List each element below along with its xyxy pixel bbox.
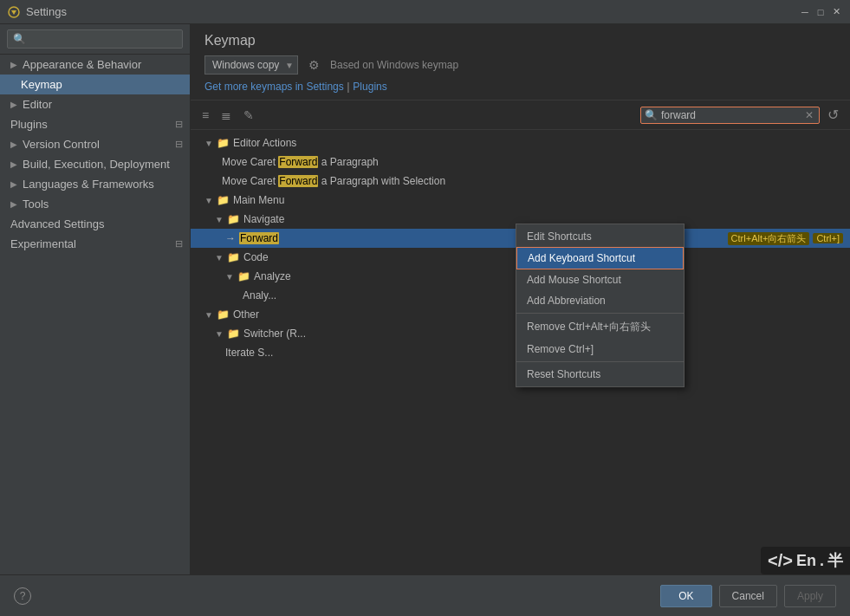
ctx-edit-shortcuts[interactable]: Edit Shortcuts: [516, 226, 684, 247]
sidebar-item-experimental[interactable]: Experimental ⊟: [0, 234, 190, 254]
status-lang: En: [796, 552, 816, 570]
close-button[interactable]: ✕: [829, 5, 843, 19]
sidebar-item-label: Advanced Settings: [10, 217, 104, 230]
sidebar-item-languages[interactable]: ▶ Languages & Frameworks: [0, 174, 190, 194]
sidebar-item-label: Editor: [23, 98, 52, 111]
keymap-select-wrapper: Windows copy ▼: [204, 55, 298, 75]
bottom-right: OK Cancel Apply: [660, 585, 836, 607]
plugin-icon: ⊟: [175, 139, 183, 150]
sidebar-item-advanced[interactable]: Advanced Settings: [0, 214, 190, 234]
search-icon: 🔍: [645, 109, 658, 121]
ctx-add-mouse-shortcut[interactable]: Add Mouse Shortcut: [516, 269, 684, 290]
keymap-gear-button[interactable]: ⚙: [305, 56, 323, 74]
tree-item-label: Main Menu: [233, 194, 284, 206]
tree-arrow-icon: ▼: [204, 139, 215, 148]
folder-icon: 📁: [237, 270, 250, 282]
plugin-icon: ⊟: [175, 238, 183, 250]
status-dot: .: [820, 552, 824, 570]
ctx-separator-1: [516, 313, 684, 314]
shortcut-list: Ctrl+Alt+向右箭头 Ctrl+]: [728, 232, 843, 245]
sidebar-item-label: Keymap: [21, 78, 62, 91]
ctx-add-abbreviation[interactable]: Add Abbreviation: [516, 290, 684, 311]
search-clear-button[interactable]: ✕: [803, 109, 815, 121]
ctx-item-label: Add Abbreviation: [527, 295, 606, 307]
sidebar-item-label: Experimental: [10, 237, 76, 250]
sidebar-item-label: Tools: [23, 198, 49, 211]
keymap-title: Keymap: [204, 33, 836, 49]
tree-item-label: Analy...: [243, 289, 276, 302]
tree-item-label: Analyze: [254, 270, 291, 282]
tree-item-label: Move Caret Forward a Paragraph with Sele…: [222, 175, 445, 187]
help-button[interactable]: ?: [14, 587, 31, 605]
cancel-button[interactable]: Cancel: [719, 585, 777, 607]
sidebar-search-box: [0, 24, 190, 55]
folder-icon: 📁: [217, 137, 230, 149]
keymap-header: Keymap Windows copy ▼ ⚙ Based on Windows…: [191, 24, 850, 101]
sidebar-search-input[interactable]: [7, 29, 183, 49]
edit-shortcut-toolbar-button[interactable]: ✎: [239, 106, 258, 125]
ok-button[interactable]: OK: [660, 585, 711, 607]
window-title: Settings: [26, 5, 67, 18]
bottom-left: ?: [14, 587, 31, 605]
keymap-links: Get more keymaps in Settings | Plugins: [204, 80, 836, 93]
collapse-all-button[interactable]: ≣: [217, 106, 236, 125]
tree-arrow-icon: ▼: [215, 215, 225, 224]
title-bar: Settings ─ □ ✕: [0, 0, 850, 24]
arrow-icon: ▶: [10, 159, 17, 169]
ctx-item-label: Add Keyboard Shortcut: [528, 252, 635, 264]
keymap-select[interactable]: Windows copy: [204, 55, 298, 75]
folder-icon: 📁: [227, 213, 240, 225]
ctx-remove-ctrl-alt[interactable]: Remove Ctrl+Alt+向右箭头: [516, 315, 684, 339]
keymap-search-input[interactable]: [661, 109, 800, 121]
arrow-icon: ▶: [10, 60, 17, 69]
arrow-icon: ▶: [10, 100, 17, 109]
title-bar-left: Settings: [7, 5, 67, 19]
plugin-icon: ⊟: [175, 119, 183, 130]
settings-link[interactable]: Get more keymaps in Settings: [204, 81, 344, 93]
tree-item-move-caret-forward-sel[interactable]: Move Caret Forward a Paragraph with Sele…: [191, 172, 850, 191]
arrow-icon: ▶: [10, 179, 17, 189]
keymap-based-text: Based on Windows keymap: [330, 59, 458, 71]
app-icon: [7, 5, 21, 19]
plugins-link[interactable]: Plugins: [353, 81, 386, 93]
tree-item-move-caret-forward[interactable]: Move Caret Forward a Paragraph: [191, 152, 850, 172]
expand-all-button[interactable]: ≡: [198, 106, 213, 125]
apply-button[interactable]: Apply: [784, 585, 836, 607]
minimize-button[interactable]: ─: [798, 5, 812, 19]
keymap-toolbar: ≡ ≣ ✎ 🔍 ✕ ↺: [191, 101, 850, 130]
ctx-remove-ctrl[interactable]: Remove Ctrl+]: [516, 339, 684, 360]
highlight-forward2: Forward: [278, 175, 318, 187]
ctx-item-label: Remove Ctrl+]: [527, 343, 594, 355]
sidebar-item-plugins[interactable]: Plugins ⊟: [0, 114, 190, 134]
status-bar: </> En . 半: [761, 547, 850, 574]
ctx-add-keyboard-shortcut[interactable]: Add Keyboard Shortcut: [516, 247, 684, 269]
restore-defaults-button[interactable]: ↺: [823, 104, 843, 126]
tree-item-editor-actions[interactable]: ▼ 📁 Editor Actions: [191, 133, 850, 152]
svg-marker-1: [11, 10, 16, 15]
window-controls: ─ □ ✕: [798, 5, 843, 19]
tree-arrow-icon: ▼: [204, 196, 215, 205]
sidebar-item-vcs[interactable]: ▶ Version Control ⊟: [0, 134, 190, 154]
status-half: 半: [827, 550, 843, 571]
tree-arrow-icon: ▼: [215, 329, 225, 339]
maximize-button[interactable]: □: [814, 5, 827, 19]
main-layout: ▶ Appearance & Behavior Keymap ▶ Editor …: [0, 24, 850, 574]
sidebar: ▶ Appearance & Behavior Keymap ▶ Editor …: [0, 24, 191, 574]
tree-area: ▼ 📁 Editor Actions Move Caret Forward a …: [191, 130, 850, 574]
sidebar-item-editor[interactable]: ▶ Editor: [0, 94, 190, 114]
tree-item-main-menu[interactable]: ▼ 📁 Main Menu: [191, 191, 850, 210]
ctx-reset-shortcuts[interactable]: Reset Shortcuts: [516, 364, 684, 385]
sidebar-item-keymap[interactable]: Keymap: [0, 75, 190, 94]
sidebar-item-tools[interactable]: ▶ Tools: [0, 194, 190, 214]
sidebar-item-label: Version Control: [23, 138, 100, 151]
context-menu: Edit Shortcuts Add Keyboard Shortcut Add…: [516, 224, 685, 387]
bottom-bar: ? OK Cancel Apply: [0, 574, 850, 616]
sidebar-item-build[interactable]: ▶ Build, Execution, Deployment: [0, 154, 190, 174]
arrow-icon: ▶: [10, 139, 17, 149]
sidebar-item-appearance[interactable]: ▶ Appearance & Behavior: [0, 55, 190, 75]
sidebar-item-label: Languages & Frameworks: [23, 178, 154, 191]
ctx-separator-2: [516, 361, 684, 362]
tree-item-label: Iterate S...: [225, 347, 273, 359]
keymap-controls: Windows copy ▼ ⚙ Based on Windows keymap: [204, 55, 836, 75]
folder-icon: 📁: [217, 194, 230, 206]
